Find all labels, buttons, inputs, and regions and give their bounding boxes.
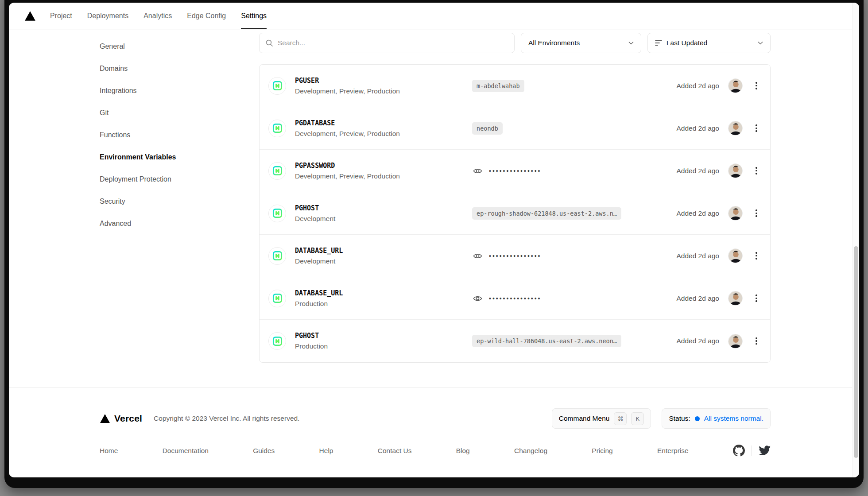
- avatar: [728, 78, 743, 93]
- env-var-row-pghost-prod: PGHOST Production ep-wild-hall-786048.us…: [260, 320, 770, 362]
- page-footer: Vercel Copyright © 2023 Vercel Inc. All …: [9, 388, 859, 457]
- hidden-env-var-value: •••••••••••••••: [489, 167, 542, 174]
- env-var-environments: Development: [295, 215, 463, 223]
- github-icon[interactable]: [733, 445, 745, 457]
- footer-link-help[interactable]: Help: [319, 447, 333, 455]
- status-label: Status:: [669, 415, 690, 422]
- footer-link-documentation[interactable]: Documentation: [163, 447, 209, 455]
- sidebar-item-functions[interactable]: Functions: [100, 124, 259, 146]
- sidebar-item-deployment-protection[interactable]: Deployment Protection: [100, 168, 259, 190]
- scrollbar-thumb[interactable]: [854, 246, 858, 458]
- social-divider: [752, 446, 752, 456]
- env-var-value: neondb: [472, 122, 503, 135]
- env-var-environments: Production: [295, 300, 463, 308]
- added-timestamp: Added 2d ago: [676, 294, 719, 302]
- avatar: [728, 206, 743, 221]
- added-timestamp: Added 2d ago: [676, 252, 719, 260]
- env-var-name: PGHOST: [295, 204, 463, 212]
- tab-analytics[interactable]: Analytics: [143, 3, 172, 29]
- footer-link-guides[interactable]: Guides: [253, 447, 275, 455]
- sort-filter-value: Last Updated: [666, 39, 753, 47]
- tab-project[interactable]: Project: [50, 3, 72, 29]
- cmd-key-badge: ⌘: [614, 412, 627, 425]
- chevron-down-icon: [628, 41, 634, 45]
- neon-integration-icon: [268, 120, 286, 137]
- env-var-value: m-abdelwahab: [472, 80, 524, 92]
- added-timestamp: Added 2d ago: [676, 124, 719, 132]
- env-var-row-pgdatabase: PGDATABASE Development, Preview, Product…: [260, 107, 770, 150]
- env-vars-list: PGUSER Development, Preview, Production …: [259, 64, 771, 363]
- search-box[interactable]: [259, 33, 515, 53]
- environment-filter-value: All Environments: [528, 39, 624, 47]
- env-var-row-database-url-dev: DATABASE_URL Development •••••••••••••••…: [260, 235, 770, 277]
- scrollbar-track[interactable]: [852, 3, 859, 477]
- row-menu-kebab-icon[interactable]: [752, 164, 761, 178]
- added-timestamp: Added 2d ago: [676, 337, 719, 345]
- command-menu-button[interactable]: Command Menu ⌘ K: [552, 408, 651, 429]
- environment-filter-select[interactable]: All Environments: [521, 33, 641, 53]
- env-vars-toolbar: All Environments Last Updated: [259, 33, 771, 53]
- env-var-value: ep-rough-shadow-621848.us-east-2.aws.n…: [472, 207, 621, 220]
- footer-link-blog[interactable]: Blog: [456, 447, 470, 455]
- row-menu-kebab-icon[interactable]: [752, 122, 761, 135]
- hidden-env-var-value: •••••••••••••••: [489, 252, 542, 260]
- vercel-footer-logo[interactable]: Vercel: [100, 413, 142, 424]
- sidebar-item-integrations[interactable]: Integrations: [100, 80, 259, 102]
- footer-link-enterprise[interactable]: Enterprise: [657, 447, 689, 455]
- sidebar-item-environment-variables[interactable]: Environment Variables: [100, 146, 259, 168]
- reveal-value-eye-icon[interactable]: [472, 166, 483, 176]
- reveal-value-eye-icon[interactable]: [472, 251, 483, 261]
- neon-integration-icon: [268, 162, 286, 180]
- tab-edge-config[interactable]: Edge Config: [187, 3, 226, 29]
- tab-deployments[interactable]: Deployments: [87, 3, 128, 29]
- twitter-icon[interactable]: [759, 446, 771, 456]
- env-var-name: PGHOST: [295, 332, 463, 340]
- vercel-logo-icon[interactable]: [24, 11, 36, 21]
- avatar: [728, 121, 743, 136]
- status-message-link[interactable]: All systems normal.: [704, 415, 763, 422]
- row-menu-kebab-icon[interactable]: [752, 207, 761, 220]
- added-timestamp: Added 2d ago: [676, 209, 719, 217]
- top-nav: Project Deployments Analytics Edge Confi…: [9, 3, 859, 29]
- sidebar-item-git[interactable]: Git: [100, 102, 259, 124]
- status-dot-icon: [695, 416, 700, 421]
- vercel-triangle-icon: [100, 414, 110, 423]
- sort-filter-select[interactable]: Last Updated: [647, 33, 771, 53]
- row-menu-kebab-icon[interactable]: [752, 292, 761, 305]
- env-var-name: DATABASE_URL: [295, 247, 463, 255]
- added-timestamp: Added 2d ago: [676, 167, 719, 175]
- neon-integration-icon: [268, 205, 286, 222]
- row-menu-kebab-icon[interactable]: [752, 249, 761, 263]
- command-menu-label: Command Menu: [559, 415, 610, 422]
- env-var-environments: Development: [295, 257, 463, 265]
- copyright-text: Copyright © 2023 Vercel Inc. All rights …: [154, 415, 299, 422]
- footer-link-contact-us[interactable]: Contact Us: [378, 447, 412, 455]
- reveal-value-eye-icon[interactable]: [472, 293, 483, 304]
- status-indicator[interactable]: Status: All systems normal.: [662, 408, 771, 429]
- row-menu-kebab-icon[interactable]: [752, 334, 761, 348]
- env-var-row-pghost-dev: PGHOST Development ep-rough-shadow-62184…: [260, 192, 770, 235]
- search-input[interactable]: [278, 39, 508, 47]
- env-vars-main: All Environments Last Updated: [259, 29, 771, 363]
- footer-link-pricing[interactable]: Pricing: [592, 447, 612, 455]
- sidebar-item-general[interactable]: General: [100, 35, 259, 58]
- env-var-row-pgpassword: PGPASSWORD Development, Preview, Product…: [260, 150, 770, 192]
- env-var-name: PGPASSWORD: [295, 162, 463, 170]
- tab-settings[interactable]: Settings: [241, 3, 267, 29]
- row-menu-kebab-icon[interactable]: [752, 79, 761, 93]
- avatar: [728, 163, 743, 178]
- env-var-value: ep-wild-hall-786048.us-east-2.aws.neon…: [472, 335, 621, 347]
- sidebar-item-advanced[interactable]: Advanced: [100, 213, 259, 235]
- footer-link-changelog[interactable]: Changelog: [514, 447, 547, 455]
- env-var-row-pguser: PGUSER Development, Preview, Production …: [260, 65, 770, 107]
- env-var-environments: Development, Preview, Production: [295, 87, 463, 95]
- env-var-environments: Development, Preview, Production: [295, 130, 463, 138]
- footer-links: Home Documentation Guides Help Contact U…: [100, 445, 771, 457]
- env-var-row-database-url-prod: DATABASE_URL Production ••••••••••••••• …: [260, 277, 770, 320]
- env-var-environments: Development, Preview, Production: [295, 172, 463, 180]
- settings-sidebar: General Domains Integrations Git Functio…: [100, 29, 259, 235]
- sidebar-item-security[interactable]: Security: [100, 190, 259, 213]
- added-timestamp: Added 2d ago: [676, 82, 719, 90]
- sidebar-item-domains[interactable]: Domains: [100, 58, 259, 80]
- footer-link-home[interactable]: Home: [100, 447, 118, 455]
